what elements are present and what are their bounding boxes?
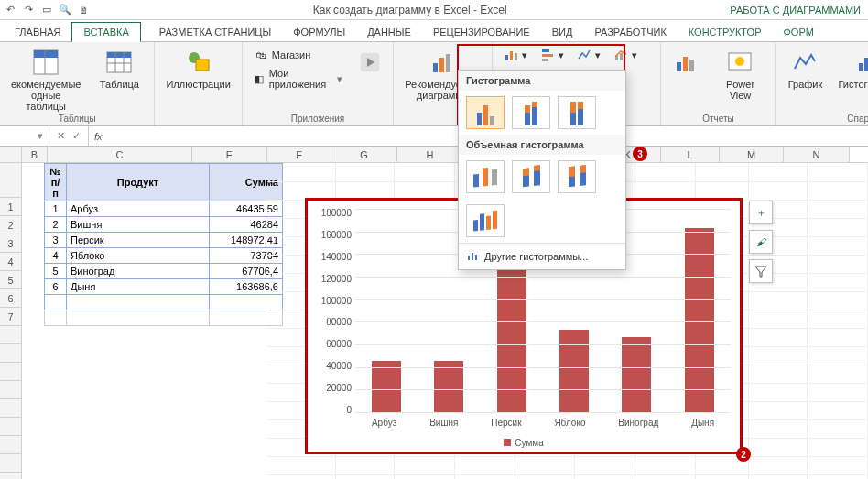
tab-review[interactable]: РЕЦЕНЗИРОВАНИЕ: [422, 23, 541, 41]
chart-elements-button[interactable]: ＋: [749, 201, 773, 224]
cell-np[interactable]: 5: [45, 264, 67, 279]
recommended-pivot-tables-button[interactable]: екомендуемые одные таблицы: [7, 46, 84, 114]
column-header-F[interactable]: F: [267, 147, 331, 162]
tab-home[interactable]: ГЛАВНАЯ: [4, 23, 71, 41]
ribbon: екомендуемые одные таблицы Таблица Табли…: [0, 42, 868, 126]
popup-section-histogram: Гистограмма: [459, 71, 625, 91]
chart-bar[interactable]: [559, 330, 589, 413]
column-header-H[interactable]: H: [397, 147, 463, 162]
my-apps-button[interactable]: ◧ Мои приложения ▾: [250, 66, 346, 92]
header-np[interactable]: № п/п: [45, 164, 67, 201]
svg-rect-48: [473, 220, 478, 232]
column-chart-dropdown[interactable]: ▾: [500, 46, 531, 64]
row-header-blank[interactable]: [0, 163, 22, 198]
column-header-C[interactable]: C: [48, 147, 192, 162]
cell-product[interactable]: Яблоко: [67, 248, 210, 264]
cell-np[interactable]: 2: [45, 217, 67, 233]
new-file-icon[interactable]: 🗎: [77, 4, 90, 16]
3d-column-option[interactable]: [466, 204, 505, 237]
table-row[interactable]: 1Арбуз46435,59: [45, 201, 283, 217]
line-chart-dropdown[interactable]: ▾: [573, 46, 604, 64]
cell-product[interactable]: Вишня: [67, 217, 210, 233]
table-row[interactable]: 3Персик148972,41: [45, 233, 283, 248]
confirm-formula-icon[interactable]: ✓: [72, 130, 81, 142]
table-row[interactable]: 4Яблоко73704: [45, 248, 283, 264]
bing-button[interactable]: [353, 46, 385, 79]
cell-product[interactable]: Арбуз: [67, 201, 210, 217]
cell-np[interactable]: 4: [45, 248, 67, 264]
redo-icon[interactable]: ↷: [22, 4, 35, 16]
chart-bar[interactable]: [372, 361, 401, 413]
store-button[interactable]: 🛍 Магазин: [250, 46, 346, 64]
tab-developer[interactable]: РАЗРАБОТЧИК: [583, 23, 677, 41]
cell-product[interactable]: Дыня: [67, 279, 210, 295]
cancel-formula-icon[interactable]: ✕: [57, 130, 65, 142]
cell-np[interactable]: 6: [45, 279, 67, 295]
dropdown-icon: ▾: [337, 73, 342, 85]
table-button[interactable]: Таблица: [92, 46, 146, 92]
chart-bar[interactable]: [434, 361, 463, 413]
svg-rect-47: [580, 165, 586, 173]
power-view-button[interactable]: Power View: [712, 46, 767, 103]
3d-clustered-column-option[interactable]: [466, 160, 505, 193]
stacked100-column-option[interactable]: [558, 96, 596, 129]
svg-rect-38: [483, 168, 488, 187]
combo-chart-dropdown[interactable]: ▾: [610, 46, 641, 64]
svg-rect-28: [859, 63, 863, 71]
undo-icon[interactable]: ↶: [4, 4, 16, 16]
cell-np[interactable]: 3: [45, 233, 67, 248]
illustrations-button[interactable]: Иллюстрации: [162, 46, 233, 92]
tab-view[interactable]: ВИД: [541, 23, 584, 41]
row-header-6[interactable]: 6: [0, 289, 22, 308]
column-header-L[interactable]: L: [661, 147, 720, 162]
tab-format[interactable]: ФОРМ: [773, 23, 825, 41]
table-row-empty[interactable]: [45, 295, 283, 310]
pivotchart-button[interactable]: [668, 46, 705, 79]
table-row[interactable]: 5Виноград67706,4: [45, 264, 283, 279]
tab-page-layout[interactable]: РАЗМЕТКА СТРАНИЦЫ: [148, 23, 282, 41]
cell-product[interactable]: Виноград: [67, 264, 210, 279]
row-header-2[interactable]: 2: [0, 216, 22, 234]
header-product[interactable]: Продукт: [67, 164, 210, 201]
chart-styles-button[interactable]: 🖌: [749, 230, 773, 254]
name-box[interactable]: ▾: [0, 126, 49, 146]
tab-insert[interactable]: ВСТАВКА: [71, 22, 140, 42]
cell-product[interactable]: Персик: [67, 233, 210, 248]
dropdown-icon[interactable]: ▾: [38, 130, 43, 142]
row-header-4[interactable]: 4: [0, 253, 22, 271]
ribbon-group-reports: Power View Отчеты: [661, 42, 776, 125]
table-row[interactable]: 2Вишня46284: [45, 217, 283, 233]
sparkline-column-button[interactable]: Гистограмма: [834, 46, 868, 92]
tab-formulas[interactable]: ФОРМУЛЫ: [282, 23, 356, 41]
column-header-B[interactable]: B: [22, 147, 48, 162]
chart-filters-button[interactable]: [749, 259, 773, 283]
bar-chart-dropdown[interactable]: ▾: [537, 46, 568, 64]
column-header-M[interactable]: M: [720, 147, 784, 162]
tab-design[interactable]: КОНСТРУКТОР: [678, 23, 773, 41]
sparkline-line-button[interactable]: График: [783, 46, 827, 92]
cell-np[interactable]: 1: [45, 201, 67, 217]
worksheet[interactable]: BCDEFGHIJKLMN № п/п Продукт Сумма 1Арбуз…: [0, 147, 868, 479]
more-histograms-option[interactable]: Другие гистограммы...: [459, 243, 625, 269]
column-header-N[interactable]: N: [784, 147, 850, 162]
3d-stacked-column-option[interactable]: [512, 160, 550, 193]
3d-stacked100-column-option[interactable]: [558, 160, 596, 193]
select-all-corner[interactable]: [0, 147, 22, 162]
chart-bar[interactable]: [622, 337, 651, 414]
row-header-3[interactable]: 3: [0, 234, 22, 253]
table-row[interactable]: 6Дыня163686,6: [45, 279, 283, 295]
chart-bar[interactable]: [685, 228, 714, 413]
stacked-column-option[interactable]: [512, 96, 550, 129]
row-header-1[interactable]: 1: [0, 198, 22, 216]
tab-data[interactable]: ДАННЫЕ: [356, 23, 422, 41]
column-header-G[interactable]: G: [331, 147, 397, 162]
print-preview-icon[interactable]: 🔍: [59, 4, 71, 16]
fx-button[interactable]: fx: [88, 126, 108, 146]
column-header-E[interactable]: E: [192, 147, 267, 162]
row-header-7[interactable]: 7: [0, 308, 22, 326]
row-header-5[interactable]: 5: [0, 271, 22, 289]
touch-mode-icon[interactable]: ▭: [40, 4, 53, 16]
clustered-column-option[interactable]: [466, 96, 505, 129]
chart-element-buttons: ＋ 🖌: [749, 201, 773, 283]
y-tick: 180000: [309, 208, 352, 218]
